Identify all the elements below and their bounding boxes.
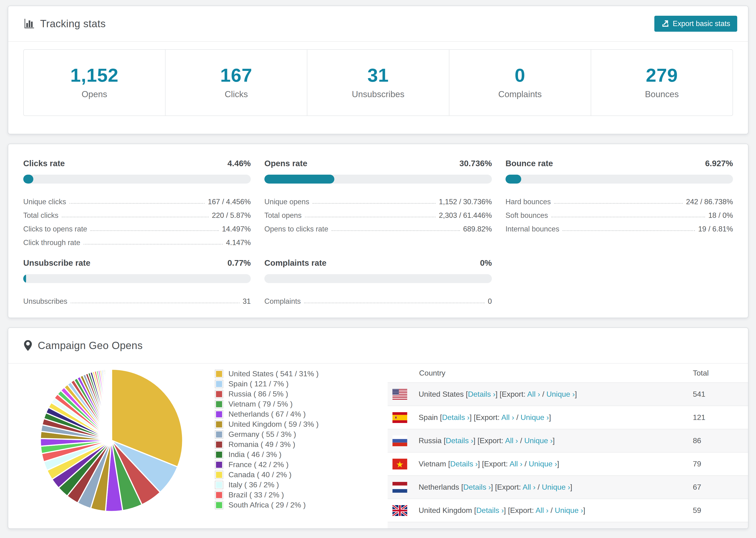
summary-label: Clicks [225,89,248,99]
stat-label: Clicks to opens rate [23,225,87,234]
rate-progress-fill [23,274,26,283]
export-all-link[interactable]: All › [536,506,549,514]
legend-item-italy[interactable]: Italy ( 36 / 2% ) [215,480,384,490]
export-all-link[interactable]: All › [505,436,518,445]
legend-item-russia[interactable]: Russia ( 86 / 5% ) [215,389,384,399]
legend-item-netherlands[interactable]: Netherlands ( 67 / 4% ) [215,409,384,419]
flag-gb-icon [392,505,407,516]
legend-label: Germany ( 55 / 3% ) [229,430,296,439]
export-unique-link[interactable]: Unique › [524,436,553,445]
tracking-stats-card: Tracking stats Export basic stats 1,152O… [8,6,748,134]
rate-head: Unsubscribe rate0.77% [23,258,251,268]
total-cell: 59 [693,506,748,515]
stat-row: Opens to clicks rate689.82% [264,220,492,234]
legend-swatch [215,430,223,439]
legend-item-united-states[interactable]: United States ( 541 / 31% ) [215,369,384,379]
export-unique-link[interactable]: Unique › [546,390,575,398]
details-link[interactable]: Details › [450,459,478,468]
total-cell: 67 [693,483,748,492]
legend-item-canada[interactable]: Canada ( 40 / 2% ) [215,470,384,480]
legend-item-spain[interactable]: Spain ( 121 / 7% ) [215,379,384,389]
stat-value: 18 / 0% [708,211,733,220]
rate-block: Bounce rate6.927%Hard bounces242 / 86.73… [506,159,733,247]
export-all-link[interactable]: All › [501,413,514,422]
rate-rows: Unique opens1,152 / 30.736%Total opens2,… [264,193,492,234]
export-unique-link[interactable]: Unique › [529,459,557,468]
dotted-leader [563,230,695,231]
flag-us-icon [392,389,407,400]
rate-progress-bar [23,274,251,283]
details-link[interactable]: Details › [468,390,495,398]
stat-row: Clicks to opens rate14.497% [23,220,251,234]
table-row-ru: Russia [Details ›] [Export: All › / Uniq… [388,429,748,452]
rate-title: Unsubscribe rate [23,258,90,268]
stat-label: Unsubscribes [23,297,67,306]
geo-table-rows: United States [Details ›] [Export: All ›… [388,382,748,529]
export-all-link[interactable]: All › [527,390,540,398]
rate-block: Opens rate30.736%Unique opens1,152 / 30.… [264,159,492,247]
legend-item-romania[interactable]: Romania ( 49 / 3% ) [215,439,384,450]
legend-item-brazil[interactable]: Brazil ( 33 / 2% ) [215,490,384,500]
details-link[interactable]: Details › [446,436,473,445]
legend-item-india[interactable]: India ( 46 / 3% ) [215,450,384,459]
pie-svg[interactable] [37,366,186,514]
dotted-leader [332,230,460,231]
stat-row: Unique clicks167 / 4.456% [23,193,251,207]
legend-label: Russia ( 86 / 5% ) [229,390,288,398]
total-cell: 86 [693,436,748,445]
country-cell: United States [Details ›] [Export: All ›… [419,390,577,399]
country-name: United States [419,390,466,398]
stat-row: Click through rate4.147% [23,234,251,247]
rate-block: Complaints rate0%Complaints0 [264,258,492,306]
stat-value: 2,303 / 61.446% [439,211,492,220]
details-link[interactable]: Details › [442,413,469,422]
rate-title: Bounce rate [506,159,553,168]
country-name: Netherlands [419,483,461,491]
export-unique-link[interactable]: Unique › [542,483,570,491]
export-unique-link[interactable]: Unique › [555,506,583,514]
rate-progress-fill [23,175,33,184]
geo-pie-chart[interactable] [8,364,215,528]
campaign-geo-opens-card: Campaign Geo Opens United States ( 541 /… [8,327,748,529]
export-all-link[interactable]: All › [510,459,522,468]
legend-label: Italy ( 36 / 2% ) [229,480,279,489]
dotted-leader [90,230,219,231]
country-cell: Russia [Details ›] [Export: All › / Uniq… [419,436,555,445]
total-cell: 79 [693,459,748,468]
rate-head: Complaints rate0% [264,258,492,268]
dotted-leader [70,203,205,204]
rate-head: Clicks rate4.46% [23,159,251,168]
legend-item-france[interactable]: France ( 42 / 2% ) [215,459,384,470]
rate-progress-fill [264,175,334,184]
export-basic-stats-button[interactable]: Export basic stats [654,16,737,32]
table-row-vn: Vietnam [Details ›] [Export: All › / Uni… [388,452,748,475]
legend-swatch [215,400,223,408]
bar-chart-icon [24,18,34,29]
rate-rows: Complaints0 [264,293,492,306]
legend-label: Brazil ( 33 / 2% ) [229,491,284,499]
legend-item-vietnam[interactable]: Vietnam ( 79 / 5% ) [215,399,384,409]
legend-label: United States ( 541 / 31% ) [229,369,319,378]
export-unique-link[interactable]: Unique › [520,413,549,422]
legend-label: United Kingdom ( 59 / 3% ) [229,420,319,429]
export-all-link[interactable]: All › [523,483,536,491]
pie-slice-other[interactable] [111,369,112,440]
export-button-label: Export basic stats [673,20,730,28]
details-link[interactable]: Details › [463,483,491,491]
summary-label: Complaints [498,89,542,99]
legend-item-united-kingdom[interactable]: United Kingdom ( 59 / 3% ) [215,419,384,429]
legend-item-germany[interactable]: Germany ( 55 / 3% ) [215,429,384,439]
details-link[interactable]: Details › [476,506,504,514]
rate-block: Unsubscribe rate0.77%Unsubscribes31 [23,258,251,306]
rate-rows: Unique clicks167 / 4.456%Total clicks220… [23,193,251,247]
legend-label: South Africa ( 29 / 2% ) [229,501,306,510]
legend-swatch [215,491,223,499]
table-row-es: Spain [Details ›] [Export: All › / Uniqu… [388,405,748,429]
flag-vn-icon [392,459,407,469]
country-name: Vietnam [419,459,448,468]
legend-item-south-africa[interactable]: South Africa ( 29 / 2% ) [215,500,384,510]
legend-swatch [215,451,223,459]
stat-label: Total opens [264,211,302,220]
legend-swatch [215,380,223,388]
legend-swatch [215,390,223,398]
